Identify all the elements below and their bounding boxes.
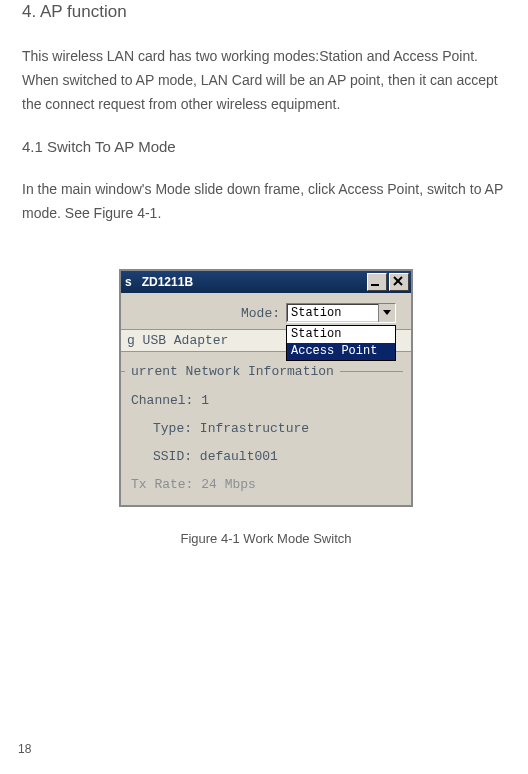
close-icon: [390, 274, 406, 288]
ssid-label: SSID:: [153, 449, 192, 464]
device-name: ZD1211B: [142, 275, 193, 289]
subsection-title: 4.1 Switch To AP Mode: [22, 138, 510, 155]
ssid-value: default001: [200, 449, 278, 464]
paragraph-1: This wireless LAN card has two working m…: [22, 44, 510, 116]
title-bar: s ZD1211B: [121, 271, 411, 293]
ssid-row: SSID: default001: [131, 443, 399, 471]
mode-combobox[interactable]: Station: [286, 303, 396, 323]
svg-marker-3: [383, 310, 391, 315]
minimize-icon: [368, 274, 384, 288]
figure: s ZD1211B: [22, 269, 510, 546]
network-info-group: urrent Network Information Channel: 1 Ty…: [121, 364, 403, 505]
txrate-label: Tx Rate:: [131, 477, 193, 492]
figure-caption: Figure 4-1 Work Mode Switch: [22, 531, 510, 546]
type-row: Type: Infrastructure: [131, 415, 399, 443]
section-title: 4. AP function: [22, 0, 510, 22]
channel-label: Channel:: [131, 393, 193, 408]
window-buttons: [367, 273, 409, 291]
title-prefix: s: [125, 275, 132, 289]
page: 4. AP function This wireless LAN card ha…: [0, 0, 528, 774]
chevron-down-icon: [383, 310, 391, 316]
mode-label: Mode:: [241, 306, 280, 321]
group-header: urrent Network Information: [121, 364, 403, 379]
type-value: Infrastructure: [200, 421, 309, 436]
close-button[interactable]: [389, 273, 409, 291]
channel-row: Channel: 1: [131, 387, 399, 415]
app-window: s ZD1211B: [119, 269, 413, 507]
paragraph-2: In the main window's Mode slide down fra…: [22, 177, 510, 225]
window-title: s ZD1211B: [125, 275, 193, 289]
type-label: Type:: [153, 421, 192, 436]
mode-row: Mode: Station: [121, 293, 411, 329]
mode-combobox-value: Station: [287, 304, 378, 322]
combobox-arrow-button[interactable]: [378, 304, 395, 322]
group-body: Channel: 1 Type: Infrastructure SSID: de…: [121, 379, 403, 505]
txrate-row: Tx Rate: 24 Mbps: [131, 471, 399, 499]
group-title: urrent Network Information: [131, 364, 334, 379]
channel-value: 1: [201, 393, 209, 408]
svg-rect-0: [371, 284, 379, 286]
mode-dropdown: Station Access Point: [286, 325, 396, 361]
group-line: [121, 371, 125, 372]
mode-option-station[interactable]: Station: [287, 326, 395, 343]
group-line: [340, 371, 403, 372]
mode-option-access-point[interactable]: Access Point: [287, 343, 395, 360]
minimize-button[interactable]: [367, 273, 387, 291]
txrate-value: 24 Mbps: [201, 477, 256, 492]
page-number: 18: [18, 742, 31, 756]
